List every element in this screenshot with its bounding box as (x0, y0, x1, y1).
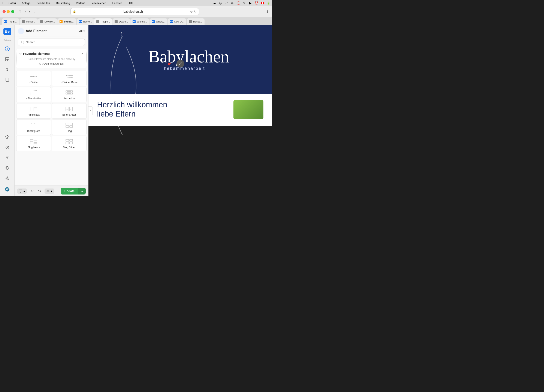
chevron-down-icon: ▾ (83, 29, 85, 33)
favourites-title-row: ☆ Favourite elements (19, 52, 51, 55)
reload-icon[interactable]: ↻ (194, 10, 197, 13)
traffic-lights (3, 10, 14, 13)
hero-section: ( • ♥ Babylachen hebammenarbeit (89, 25, 272, 94)
forward-button[interactable]: › (33, 9, 37, 14)
minimize-window-button[interactable] (7, 10, 10, 13)
maximize-window-button[interactable] (11, 10, 14, 13)
svg-rect-34 (30, 107, 33, 111)
svg-text:+: + (72, 90, 73, 92)
element-card-blog-news[interactable]: Blog News (16, 136, 51, 151)
tab-respo-3[interactable]: Respo... (187, 18, 205, 25)
panel-title-row: + Add Element (18, 28, 47, 34)
svg-point-63 (47, 191, 48, 191)
edit-fab-button[interactable] (177, 60, 184, 67)
tab-new-di[interactable]: Be New Di... (168, 18, 187, 25)
placeholder-icon (29, 90, 38, 96)
all-filter-dropdown[interactable]: All ▾ (79, 29, 85, 33)
element-card-divider-basic[interactable]: Divider Basic (52, 71, 87, 86)
tab-label: Downlo... (45, 20, 55, 23)
element-label-article-box: Article box (28, 113, 40, 116)
element-card-blog[interactable]: Blog (52, 119, 87, 135)
close-window-button[interactable] (3, 10, 6, 13)
element-card-before-after[interactable]: ◁▷ Before After (52, 103, 87, 119)
tab-bethe[interactable]: Be Bethe... (77, 18, 94, 25)
tab-favicon-img (189, 20, 192, 23)
tab-where[interactable]: Be Where... (149, 18, 167, 25)
collapse-panel-button[interactable]: ‹ (89, 107, 93, 115)
add-to-favourites-row[interactable]: ⊙ > Add to favourites (19, 62, 84, 65)
layout-icon-btn[interactable] (3, 55, 12, 63)
svg-line-18 (23, 43, 24, 44)
add-element-circle-button[interactable]: + (18, 28, 24, 34)
tab-label: Respo... (26, 20, 35, 23)
back-button[interactable]: ‹ (28, 9, 31, 14)
tab-respo-2[interactable]: Respo... (94, 18, 112, 25)
version-label: V26.6.5 (3, 39, 11, 41)
layers-icon-btn[interactable] (3, 133, 12, 141)
tab-bebuild[interactable]: B BeBuild... (57, 18, 77, 25)
blockquote-icon: "" (29, 122, 38, 128)
menubar:  Safari Ablage Bearbeiten Darstellung V… (0, 0, 272, 6)
play-icon: ▶ (248, 1, 252, 5)
chevron-up-icon: ▲ (23, 190, 25, 192)
collapse-favourites-button[interactable]: ∧ (81, 52, 84, 56)
menubar-fenster[interactable]: Fenster (111, 1, 123, 5)
tab-downl-2[interactable]: Downl... (112, 18, 130, 25)
tab-jeanne[interactable]: Be Jeanne... (130, 18, 149, 25)
menubar-lesezeichen[interactable]: Lesezeichen (89, 1, 107, 5)
add-to-favourites-link[interactable]: > Add to favourites (42, 62, 64, 65)
address-bar[interactable]: 🔒 babylachen.ch ⊙ ↻ (71, 8, 199, 15)
tab-label: The Bi... (8, 20, 17, 23)
apple-menu[interactable]:  (2, 1, 3, 5)
settings-icon-btn[interactable] (3, 174, 12, 183)
svg-point-14 (7, 178, 8, 179)
page-manager-icon-btn[interactable] (3, 75, 12, 84)
tab-label: Where... (156, 20, 165, 23)
svg-rect-3 (6, 57, 9, 59)
panel-title: Add Element (26, 29, 47, 33)
svg-rect-57 (66, 142, 69, 144)
favourites-section: ☆ Favourite elements ∧ Collect favourite… (16, 49, 87, 68)
filter-icon-btn[interactable] (3, 153, 12, 162)
undo-button[interactable]: ↩ (30, 188, 35, 194)
menubar-verlauf[interactable]: Verlauf (75, 1, 86, 5)
sidebar-toggle-button[interactable]: ⊡ (18, 9, 22, 15)
battery-icon: 🔋 (266, 1, 270, 5)
menubar-ablage[interactable]: Ablage (21, 1, 32, 5)
element-card-blockquote[interactable]: "" Blockquote (16, 119, 51, 135)
svg-rect-58 (70, 142, 73, 144)
update-arrow-button[interactable]: ▲ (78, 188, 86, 195)
preview-toggle[interactable]: ▲ (45, 189, 54, 194)
menubar-bearbeiten[interactable]: Bearbeiten (35, 1, 51, 5)
svg-rect-59 (19, 190, 22, 192)
svg-rect-4 (6, 59, 7, 61)
element-card-blog-slider[interactable]: Blog Slider (52, 136, 87, 151)
update-main-button[interactable]: Update (61, 188, 78, 195)
element-card-divider[interactable]: Divider (16, 71, 51, 86)
element-card-accordion[interactable]: ++ Accordion (52, 87, 87, 102)
address-text: babylachen.ch (77, 10, 189, 13)
tab-respo-1[interactable]: Respo... (20, 18, 38, 25)
arrow-up-down-icon-btn[interactable] (3, 65, 12, 74)
add-element-icon-btn[interactable] (3, 45, 12, 53)
search-box[interactable] (18, 39, 85, 46)
wordpress-icon-btn[interactable]: W (3, 185, 12, 194)
menubar-hilfe[interactable]: Hilfe (127, 1, 135, 5)
bebuild-logo[interactable]: Be (3, 28, 11, 35)
menubar-safari[interactable]: Safari (7, 1, 17, 5)
search-input[interactable] (26, 41, 82, 44)
download-icon[interactable]: ⬇ (265, 9, 269, 15)
tab-the-bi[interactable]: Be The Bi... (2, 18, 19, 25)
view-toggle[interactable]: ▲ (17, 189, 27, 194)
element-card-placeholder[interactable]: Placeholder (16, 87, 51, 102)
tab-downlo-1[interactable]: Downlo... (38, 18, 57, 25)
block-icon: 🚫 (237, 1, 240, 5)
tab-favicon-be: Be (152, 20, 155, 23)
history-icon-btn[interactable] (3, 143, 12, 152)
redo-button[interactable]: ↪ (37, 188, 42, 194)
svg-rect-48 (70, 125, 73, 127)
element-card-article-box[interactable]: Article box (16, 103, 51, 119)
menubar-darstellung[interactable]: Darstellung (55, 1, 71, 5)
global-settings-icon-btn[interactable] (3, 164, 12, 172)
tab-label: BeBuild... (64, 20, 74, 23)
